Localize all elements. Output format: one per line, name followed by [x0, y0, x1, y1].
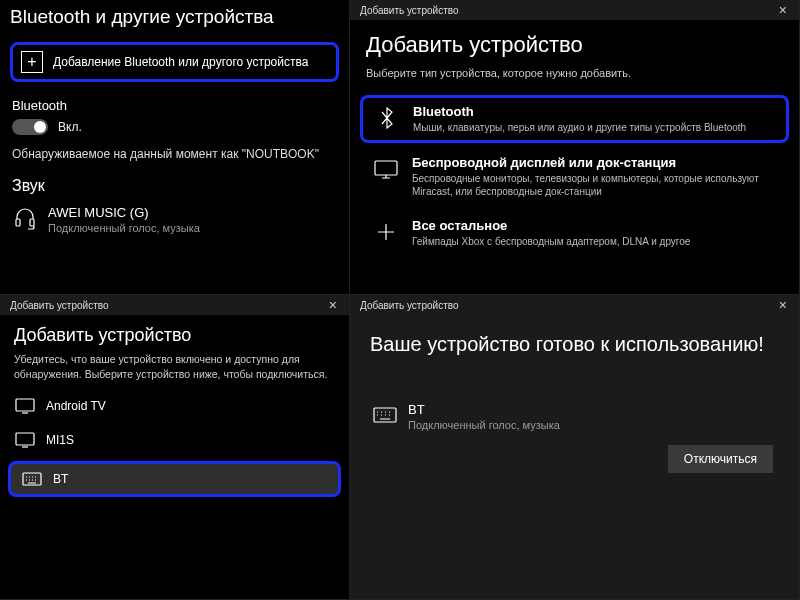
bluetooth-toggle[interactable]	[12, 119, 48, 135]
dialog-header: Добавить устройство ×	[350, 0, 799, 20]
device-item-androidtv[interactable]: Android TV	[0, 389, 349, 423]
keyboard-icon	[21, 470, 43, 488]
close-icon[interactable]: ×	[775, 2, 791, 18]
device-item-bt[interactable]: BT	[8, 461, 341, 497]
device-item-label: Android TV	[46, 399, 106, 413]
dialog-title: Добавить устройство	[360, 300, 459, 311]
bluetooth-label: Bluetooth	[0, 92, 349, 117]
plus-icon	[372, 218, 400, 246]
bluetooth-icon	[373, 104, 401, 132]
dialog-heading: Добавить устройство	[350, 20, 799, 64]
device-item-mi1s[interactable]: MI1S	[0, 423, 349, 457]
sound-heading: Звук	[0, 171, 349, 201]
device-name: BT	[408, 402, 560, 417]
svg-rect-1	[30, 219, 34, 226]
svg-rect-3	[16, 399, 34, 411]
display-icon	[372, 155, 400, 183]
add-device-dialog-type: Добавить устройство × Добавить устройств…	[350, 0, 800, 295]
discoverable-text: Обнаруживаемое на данный момент как "NOU…	[0, 145, 349, 171]
dialog-title: Добавить устройство	[10, 300, 109, 311]
close-icon[interactable]: ×	[325, 297, 341, 313]
close-icon[interactable]: ×	[775, 297, 791, 313]
dialog-title: Добавить устройство	[360, 5, 459, 16]
device-item-label: BT	[53, 472, 68, 486]
add-device-dialog-list: Добавить устройство × Добавить устройств…	[0, 295, 350, 600]
dialog-heading: Добавить устройство	[0, 315, 349, 350]
toggle-state-label: Вкл.	[58, 120, 82, 134]
headset-icon	[12, 205, 38, 231]
option-title: Беспроводной дисплей или док-станция	[412, 155, 777, 170]
device-name: AWEI MUSIC (G)	[48, 205, 200, 220]
audio-device-row[interactable]: AWEI MUSIC (G) Подключенный голос, музык…	[0, 201, 349, 238]
dialog-header: Добавить устройство ×	[0, 295, 349, 315]
add-device-button[interactable]: + Добавление Bluetooth или другого устро…	[10, 42, 339, 82]
device-status: Подключенный голос, музыка	[48, 222, 200, 234]
display-icon	[14, 431, 36, 449]
dialog-subtitle: Выберите тип устройства, которое нужно д…	[350, 64, 799, 91]
page-title: Bluetooth и другие устройства	[0, 0, 349, 38]
plus-icon: +	[21, 51, 43, 73]
option-bluetooth[interactable]: Bluetooth Мыши, клавиатуры, перья или ау…	[360, 95, 789, 143]
add-device-dialog-done: Добавить устройство × Ваше устройство го…	[350, 295, 800, 600]
option-sub: Геймпады Xbox с беспроводным адаптером, …	[412, 235, 690, 248]
connected-device-row: BT Подключенный голос, музыка	[350, 392, 799, 441]
option-wireless-display[interactable]: Беспроводной дисплей или док-станция Бес…	[360, 147, 789, 206]
svg-rect-0	[16, 219, 20, 226]
device-item-label: MI1S	[46, 433, 74, 447]
settings-panel: Bluetooth и другие устройства + Добавлен…	[0, 0, 350, 295]
display-icon	[14, 397, 36, 415]
option-title: Bluetooth	[413, 104, 746, 119]
device-status: Подключенный голос, музыка	[408, 419, 560, 431]
disconnect-button[interactable]: Отключиться	[668, 445, 773, 473]
keyboard-icon	[372, 402, 398, 428]
dialog-subtitle: Убедитесь, что ваше устройство включено …	[0, 350, 349, 389]
option-sub: Беспроводные мониторы, телевизоры и комп…	[412, 172, 777, 198]
add-device-label: Добавление Bluetooth или другого устройс…	[53, 55, 308, 69]
option-sub: Мыши, клавиатуры, перья или аудио и друг…	[413, 121, 746, 134]
svg-rect-2	[375, 161, 397, 175]
dialog-header: Добавить устройство ×	[350, 295, 799, 315]
option-title: Все остальное	[412, 218, 690, 233]
svg-rect-4	[16, 433, 34, 445]
ready-heading: Ваше устройство готово к использованию!	[350, 315, 799, 362]
option-everything-else[interactable]: Все остальное Геймпады Xbox с беспроводн…	[360, 210, 789, 256]
